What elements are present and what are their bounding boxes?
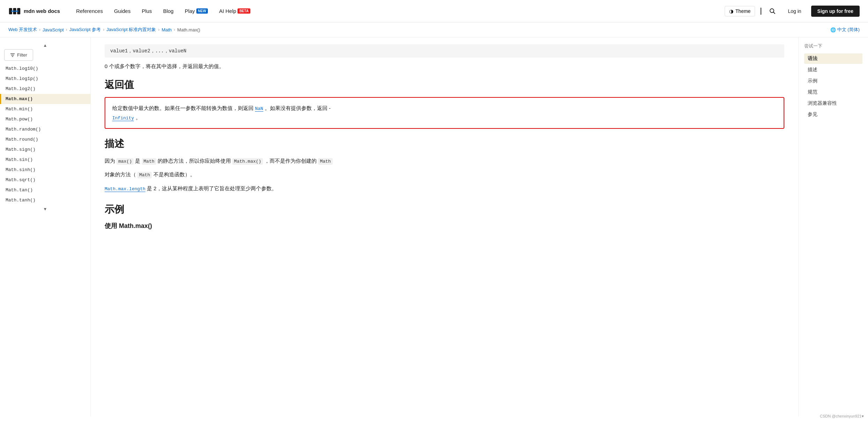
desc-paragraph-2: Math.max.length 是 2，这从某种程度上表明了它旨在处理至少两个参…: [105, 184, 784, 193]
sidebar-item-13[interactable]: Math.tanh(): [0, 195, 90, 205]
login-button[interactable]: Log in: [782, 6, 807, 17]
sidebar-item-12[interactable]: Math.tan(): [0, 185, 90, 195]
lang-label: 中文 (简体): [837, 27, 860, 33]
breadcrumb-sep-3: ›: [158, 27, 159, 32]
header-separator: [761, 8, 761, 15]
mdn-logo-icon: [8, 5, 21, 17]
nav-play-label: Play: [185, 8, 195, 14]
signup-button[interactable]: Sign up for free: [811, 6, 860, 17]
sidebar-item-5[interactable]: Math.pow(): [0, 114, 90, 124]
toc-item-3[interactable]: 规范: [804, 87, 862, 97]
desc-code-mathmax: Math.max(): [232, 158, 263, 165]
main-content: value1，value2，...，valueN 0 个或多个数字，将在其中选择…: [91, 37, 798, 416]
desc-paragraph-1b: 对象的方法（ Math 不是构造函数）。: [105, 170, 784, 179]
breadcrumb-sep-4: ›: [174, 27, 175, 32]
toc-title: 尝试一下: [804, 43, 862, 49]
breadcrumb: Web 开发技术 › JavaScript › JavaScript 参考 › …: [0, 22, 868, 37]
sidebar-item-4[interactable]: Math.min(): [0, 104, 90, 114]
nan-link[interactable]: NaN: [255, 106, 263, 112]
breadcrumb-item-3[interactable]: JavaScript 标准内置对象: [106, 27, 156, 33]
example-subtitle: 使用 Math.max(): [105, 222, 784, 230]
desc-paragraph-1: 因为 max() 是 Math 的静态方法，所以你应始终使用 Math.max(…: [105, 156, 784, 165]
desc-p1-mid3: ，而不是作为你创建的: [264, 158, 317, 164]
theme-button[interactable]: ◑ Theme: [725, 6, 755, 16]
description-content: 因为 max() 是 Math 的静态方法，所以你应始终使用 Math.max(…: [105, 156, 784, 193]
globe-icon: 🌐: [830, 27, 836, 32]
toc-item-0[interactable]: 语法: [804, 53, 862, 64]
main-nav: References Guides Plus Blog Play NEW AI …: [71, 5, 725, 17]
filter-icon: [10, 53, 15, 58]
breadcrumb-sep-2: ›: [103, 27, 104, 32]
desc-p1-mid1: 是: [135, 158, 140, 164]
sidebar: ▲ Filter Math.log10() Math.log1p() Math.…: [0, 37, 91, 416]
desc-p1-before: 因为: [105, 158, 115, 164]
sidebar-scroll-up[interactable]: ▲: [0, 42, 90, 49]
header-actions: ◑ Theme Log in Sign up for free: [725, 6, 860, 17]
breadcrumb-sep-0: ›: [39, 27, 40, 32]
sidebar-item-9[interactable]: Math.sin(): [0, 155, 90, 165]
breadcrumb-item-4[interactable]: Math: [161, 27, 172, 32]
nav-plus[interactable]: Plus: [137, 5, 157, 17]
page-layout: ▲ Filter Math.log10() Math.log1p() Math.…: [0, 37, 868, 416]
search-button[interactable]: [767, 6, 778, 17]
logo[interactable]: mdn web docs: [8, 5, 60, 17]
sidebar-item-7[interactable]: Math.round(): [0, 134, 90, 145]
nav-references[interactable]: References: [71, 5, 108, 17]
toc-item-2[interactable]: 示例: [804, 76, 862, 86]
desc-p1-end: 对象的方法（: [105, 171, 136, 177]
sidebar-item-1[interactable]: Math.log1p(): [0, 74, 90, 84]
badge-beta: BETA: [237, 8, 250, 14]
sidebar-item-2[interactable]: Math.log2(): [0, 84, 90, 94]
nav-aihelp[interactable]: AI Help BETA: [214, 5, 255, 17]
badge-new: NEW: [196, 8, 208, 14]
toc-item-4[interactable]: 浏览器兼容性: [804, 98, 862, 109]
return-text-middle: 。如果没有提供参数，返回 -: [265, 105, 331, 111]
desc-p2-rest: 是 2，这从某种程度上表明了它旨在处理至少两个参数。: [147, 185, 277, 191]
nav-aihelp-label: AI Help: [219, 8, 236, 14]
infinity-link[interactable]: Infinity: [112, 116, 134, 121]
toc-item-1[interactable]: 描述: [804, 65, 862, 75]
desc-code-math2: Math: [318, 158, 332, 165]
desc-p1-end2: 不是构造函数）。: [153, 171, 195, 177]
nav-guides[interactable]: Guides: [109, 5, 136, 17]
nav-play[interactable]: Play NEW: [180, 5, 213, 17]
return-text-before: 给定数值中最大的数。如果任一参数不能转换为数值，则返回: [112, 105, 254, 111]
sidebar-item-8[interactable]: Math.sign(): [0, 145, 90, 155]
sidebar-item-3[interactable]: Math.max(): [0, 94, 90, 104]
sidebar-item-10[interactable]: Math.sinh(): [0, 165, 90, 175]
param-description: 0 个或多个数字，将在其中选择，并返回最大的值。: [105, 63, 784, 70]
sidebar-item-0[interactable]: Math.log10(): [0, 64, 90, 74]
sidebar-filter-label: Filter: [17, 52, 27, 58]
theme-label: Theme: [735, 8, 751, 14]
sidebar-filter-button[interactable]: Filter: [4, 49, 33, 61]
toc: 尝试一下 语法 描述 示例 规范 浏览器兼容性 参见: [798, 37, 868, 416]
return-box: 给定数值中最大的数。如果任一参数不能转换为数值，则返回 NaN 。如果没有提供参…: [105, 97, 784, 129]
description-title: 描述: [105, 137, 784, 150]
desc-p1-mid2: 的静态方法，所以你应始终使用: [158, 158, 231, 164]
breadcrumb-item-0[interactable]: Web 开发技术: [8, 27, 37, 33]
breadcrumb-item-2[interactable]: JavaScript 参考: [69, 27, 101, 33]
return-value-title: 返回值: [105, 78, 784, 91]
params-text: value1，value2，...，valueN: [105, 44, 784, 58]
logo-text: mdn web docs: [24, 8, 60, 14]
example-title: 示例: [105, 203, 784, 216]
sidebar-scroll-down[interactable]: ▼: [0, 205, 90, 213]
return-text-after: 。: [136, 115, 141, 120]
desc-code-math3: Math: [137, 172, 152, 178]
svg-line-5: [773, 12, 775, 14]
toc-item-5[interactable]: 参见: [804, 109, 862, 120]
breadcrumb-lang[interactable]: 🌐 中文 (简体): [830, 27, 860, 33]
breadcrumb-item-1[interactable]: JavaScript: [43, 27, 64, 32]
watermark: CSDN @chenxinyun921♥: [820, 414, 864, 416]
theme-icon: ◑: [729, 8, 733, 14]
breadcrumb-current: Math.max(): [177, 27, 200, 32]
mathmax-length-link[interactable]: Math.max.length: [105, 186, 145, 192]
desc-code-math1: Math: [142, 158, 156, 165]
sidebar-item-6[interactable]: Math.random(): [0, 124, 90, 134]
desc-code-max: max(): [116, 158, 134, 165]
breadcrumb-sep-1: ›: [66, 27, 67, 32]
nav-blog[interactable]: Blog: [158, 5, 179, 17]
search-icon: [769, 8, 776, 14]
sidebar-item-11[interactable]: Math.sqrt(): [0, 175, 90, 185]
